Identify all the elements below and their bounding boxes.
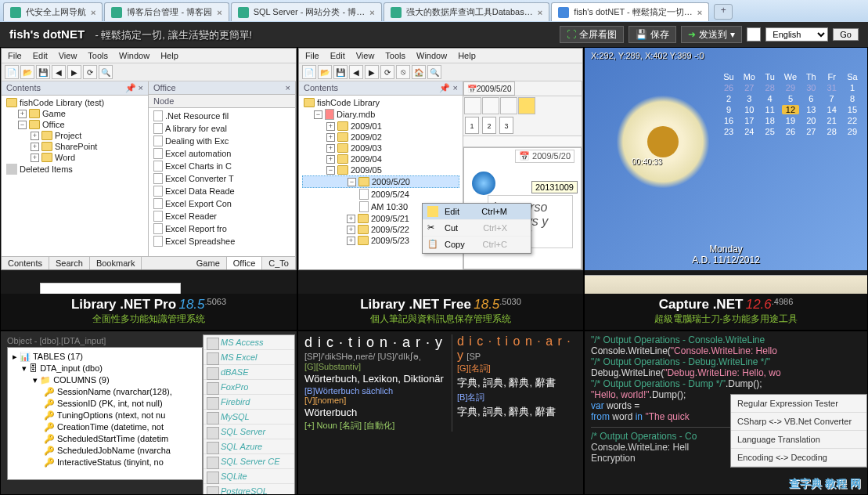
close-icon[interactable]: × [91, 8, 95, 17]
cal-day[interactable]: 5 [782, 94, 799, 103]
tree-item[interactable]: +2009/03 [302, 143, 459, 154]
engine-menu-item[interactable]: SQL Server [203, 425, 294, 439]
tab-office[interactable]: Office [227, 257, 263, 269]
menu-tools[interactable]: Tools [385, 51, 405, 60]
engine-menu-item[interactable]: MS Excel [203, 350, 294, 365]
expander-icon[interactable]: + [31, 143, 39, 151]
engine-menu-item[interactable]: SQLite [203, 469, 294, 484]
tab-game[interactable]: Game [190, 257, 227, 269]
menu-window[interactable]: Window [119, 51, 149, 60]
cal-day[interactable]: 24 [740, 127, 758, 136]
tree-item-selected[interactable]: −2009/5/20 [302, 175, 459, 188]
cal-day[interactable]: 30 [802, 83, 819, 92]
tree-item[interactable]: 2009/5/24 [302, 188, 459, 201]
tab-search[interactable]: Search [49, 257, 90, 269]
menu-help[interactable]: Help [458, 51, 476, 60]
engine-menu-item[interactable]: SQL Server CE [203, 454, 294, 469]
thumb[interactable]: 1 [465, 117, 479, 134]
tree-item[interactable]: +SharePoint [5, 141, 145, 152]
tree-root[interactable]: fishCode Library (test) [5, 97, 145, 108]
expander-icon[interactable]: + [31, 154, 39, 162]
cal-day[interactable]: 2 [720, 94, 737, 103]
new-icon[interactable]: 📄 [302, 65, 316, 79]
expander-icon[interactable]: + [347, 237, 355, 245]
list-item[interactable]: Excel Report fro [152, 222, 292, 235]
cal-day[interactable]: 12 [782, 105, 799, 114]
engine-menu-item[interactable]: dBASE [203, 365, 294, 380]
engine-menu-item[interactable]: FoxPro [203, 380, 294, 395]
save-button[interactable]: 💾保存 [628, 26, 676, 43]
cal-day[interactable]: 18 [762, 116, 779, 125]
back-icon[interactable]: ◀ [349, 65, 363, 79]
menu-edit[interactable]: Edit [330, 51, 345, 60]
cal-day[interactable]: 29 [782, 83, 799, 92]
close-icon[interactable]: × [697, 8, 702, 17]
expander-icon[interactable]: + [31, 132, 39, 140]
cal-day[interactable]: 8 [844, 94, 861, 103]
stop-icon[interactable]: ⦸ [396, 65, 410, 79]
cal-day[interactable]: 19 [782, 116, 799, 125]
edit-icon[interactable] [518, 97, 535, 114]
fullscreen-button[interactable]: ⛶全屏看图 [560, 26, 624, 43]
engine-menu-item[interactable]: MS Access [203, 335, 294, 350]
tree-item[interactable]: +Game [5, 108, 145, 119]
menu-file[interactable]: File [8, 51, 22, 60]
close-icon[interactable]: × [538, 8, 542, 17]
cal-day[interactable]: 17 [740, 116, 758, 125]
column-item[interactable]: 🔑 ScheduledJobName (nvarcha [11, 445, 199, 457]
forward-icon[interactable]: ▶ [365, 65, 379, 79]
cal-day[interactable]: 27 [740, 83, 758, 92]
print-icon[interactable] [500, 97, 517, 114]
cal-day[interactable]: 4 [762, 94, 779, 103]
tree-item[interactable]: +2009/01 [302, 121, 459, 132]
search-icon[interactable]: 🔍 [427, 65, 441, 79]
calendar[interactable]: SuMoTuWeThFrSa 2627282930311234567891011… [720, 71, 861, 137]
cal-day[interactable]: 13 [802, 105, 819, 114]
ctx-edit[interactable]: EditCtrl+M [423, 204, 531, 220]
cal-day[interactable]: 20 [802, 116, 819, 125]
tab-cto[interactable]: C_To [262, 257, 296, 269]
tool-menu-item[interactable]: Language Translation [731, 431, 866, 449]
column-item[interactable]: 🔑 InteractiveStatus (tinyint, no [11, 457, 199, 468]
save-icon[interactable] [464, 97, 481, 114]
menu-window[interactable]: Window [416, 51, 447, 60]
menu-view[interactable]: View [59, 51, 77, 60]
tree-item[interactable]: Deleted Items [5, 163, 145, 175]
engine-menu-item[interactable]: SQL Azure [203, 439, 294, 454]
ctx-cut[interactable]: ✂CutCtrl+X [423, 220, 531, 237]
tab-contents[interactable]: Contents [2, 257, 49, 269]
list-item[interactable]: Excel Export Con [152, 197, 292, 210]
cal-day[interactable]: 16 [720, 116, 737, 125]
cal-day[interactable]: 22 [844, 116, 861, 125]
home-icon[interactable]: 🏠 [412, 65, 426, 79]
close-icon[interactable]: × [217, 8, 222, 17]
tree-root[interactable]: fishCode Library [302, 97, 459, 108]
refresh-icon[interactable]: ⟳ [83, 65, 97, 79]
tables-node[interactable]: ▸ 📊 TABLES (17) [11, 351, 199, 363]
cal-day[interactable]: 27 [802, 127, 819, 136]
list-item[interactable]: Excel Data Reade [152, 185, 292, 197]
list-item[interactable]: .Net Resource fil [152, 110, 292, 122]
menu-view[interactable]: View [356, 51, 375, 60]
thumb[interactable]: 2 [482, 117, 496, 134]
open-icon[interactable]: 📂 [20, 65, 34, 79]
cal-day[interactable]: 31 [823, 83, 841, 92]
expander-icon[interactable]: + [326, 122, 335, 131]
cal-day[interactable]: 11 [762, 105, 779, 114]
column-item[interactable]: 🔑 SessionName (nvarchar(128), [11, 386, 199, 398]
new-tab-button[interactable]: + [714, 4, 733, 20]
table-node[interactable]: ▾ 🗄 DTA_input (dbo) [11, 363, 199, 374]
tool-menu-item[interactable]: Encoding <-> Decoding [731, 449, 866, 467]
expander-icon[interactable]: + [347, 215, 355, 223]
go-button[interactable]: Go [833, 28, 859, 41]
sendto-button[interactable]: ➜发送到▾ [681, 26, 742, 43]
menu-edit[interactable]: Edit [33, 51, 48, 60]
expander-icon[interactable]: − [314, 110, 322, 119]
engine-menu-item[interactable]: PostgreSQL [203, 484, 294, 495]
columns-node[interactable]: ▾ 📁 COLUMNS (9) [11, 374, 199, 386]
tree-item[interactable]: +Word [5, 152, 145, 163]
tab-4[interactable]: fish's dotNET - 輕鬆搞定一切…× [551, 2, 709, 21]
tab-2[interactable]: SQL Server - 网站分类 - 博…× [231, 2, 382, 21]
list-item[interactable]: Dealing with Exc [152, 135, 292, 147]
tool-menu-item[interactable]: CSharp <-> VB.Net Converter [731, 413, 866, 431]
